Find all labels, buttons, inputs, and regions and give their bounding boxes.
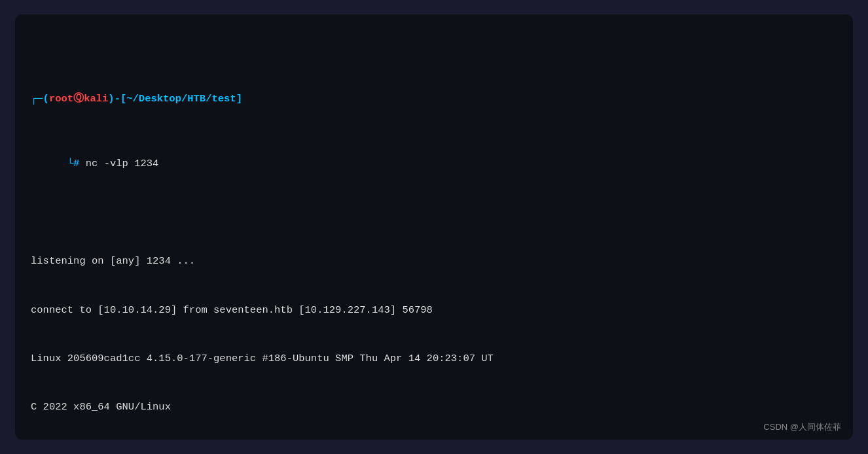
prompt-line: ┌─(rootⓆkali)-[~/Desktop/HTB/test] — [31, 91, 837, 107]
bracket-path-open: )-[ — [108, 91, 126, 107]
prompt-path: ~/Desktop/HTB/test — [126, 91, 236, 107]
prompt-user: rootⓆkali — [49, 91, 108, 107]
terminal-window: ┌─(rootⓆkali)-[~/Desktop/HTB/test] └# nc… — [15, 14, 853, 440]
bracket-path-close: ] — [236, 91, 242, 107]
output-line-2: connect to [10.10.14.29] from seventeen.… — [31, 302, 837, 319]
command-text: nc -vlp 1234 — [79, 158, 158, 169]
prompt-corner: └# — [67, 158, 80, 169]
watermark: CSDN @人间体佐菲 — [763, 421, 841, 433]
output-line-3: Linux 205609cad1cc 4.15.0-177-generic #1… — [31, 351, 837, 367]
terminal-content: ┌─(rootⓆkali)-[~/Desktop/HTB/test] └# nc… — [31, 26, 837, 440]
command-line: └# nc -vlp 1234 — [31, 140, 837, 188]
bracket-left: ┌─( — [31, 91, 49, 107]
output-line-4: C 2022 x86_64 GNU/Linux — [31, 399, 837, 415]
output-line-1: listening on [any] 1234 ... — [31, 253, 837, 270]
